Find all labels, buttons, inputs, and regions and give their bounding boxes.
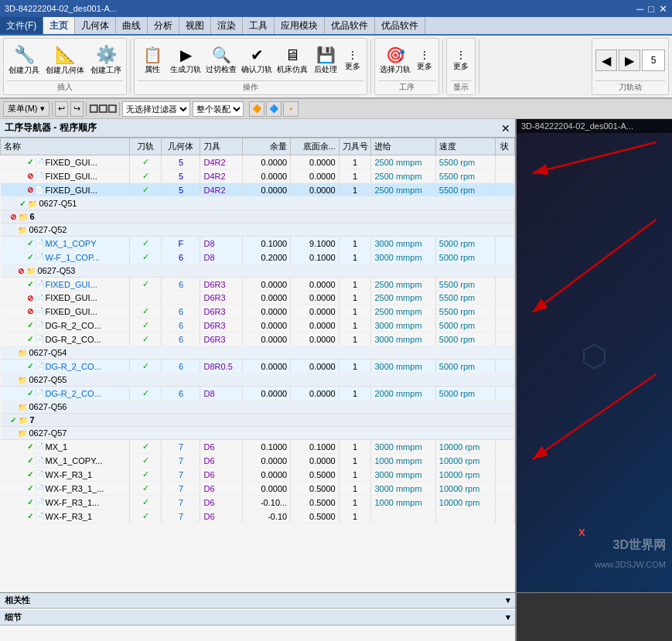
col-tool: 刀具 — [200, 138, 242, 155]
btn-confirm-toolpath[interactable]: ✔ 确认刀轨 — [240, 44, 274, 77]
table-row-group[interactable]: 📁 0627-Q54 — [1, 346, 515, 360]
tab-view[interactable]: 视图 — [179, 17, 211, 34]
ribbon-group-operation: 📋 属性 ▶ 生成刀轨 🔍 过切检查 ✔ 确认刀轨 🖥 机床仿真 — [134, 38, 367, 95]
ribbon-tabs: 文件(F) 主页 几何体 曲线 分析 视图 渲染 工具 应用模块 优品软件 优品… — [0, 17, 672, 36]
toolbar-icon-3[interactable]: 🔸 — [283, 101, 298, 117]
undo-btn[interactable]: ↩ — [55, 101, 68, 117]
table-row[interactable]: ✓ 📄 DG-R_2_CO... ✓ 6 D6R3 0.0000 0.0000 … — [1, 332, 515, 346]
table-row-arrow-target[interactable]: ⊘ 📄 FIXED_GUI... ✓ 5 D4R2 0.0000 0.0000 … — [1, 183, 515, 197]
btn-more-display[interactable]: ⋮ 更多 — [450, 47, 472, 73]
col-status: 状 — [495, 138, 514, 155]
table-row-group[interactable]: ⊘ 📁 6 — [1, 210, 515, 223]
btn-more-toolpath[interactable]: ⋮ 更多 — [414, 47, 435, 73]
btn-overcut-check[interactable]: 🔍 过切检查 — [204, 44, 238, 77]
table-row[interactable]: ⊘ 📄 FIXED_GUI... ✓ 5 D4R2 0.0000 0.0000 … — [1, 169, 515, 183]
menu-button[interactable]: 菜单(M) ▾ — [3, 101, 49, 117]
bottom-right-panel — [517, 593, 672, 641]
tab-file[interactable]: 文件(F) — [0, 17, 43, 34]
minimize-btn[interactable]: ─ — [636, 3, 643, 15]
table-row[interactable]: ✓ 📄 MX_1_COPY ✓ F D8 0.1000 9.1000 1 — [1, 237, 515, 251]
table-row[interactable]: ✓ 📄 WX-F_R3_1_... ✓ 7 D6 0.0000 0.5000 1 — [1, 482, 515, 496]
table-row-group[interactable]: 📁 0627-Q55 — [1, 373, 515, 387]
table-row-arrow-target2[interactable]: ⊘ 📄 FIXED_GUI... D6R3 0.0000 0.0000 1 — [1, 292, 515, 305]
table-row[interactable]: ✓ 📄 DG-R_2_CO... ✓ 6 D8R0.5 0.0000 0.000… — [1, 360, 515, 373]
btn-post-process[interactable]: 💾 后处理 — [311, 44, 340, 77]
btn-select-toolpath[interactable]: 🎯 选择刀轨 — [378, 44, 412, 77]
ribbon-group-operation-label: 操作 — [138, 80, 363, 93]
tab-home[interactable]: 主页 — [43, 17, 75, 34]
filter-dropdown[interactable]: 无选择过滤器 — [122, 101, 190, 117]
ribbon-group-toolpath: 🎯 选择刀轨 ⋮ 更多 工序 — [374, 38, 439, 95]
btn-create-geometry[interactable]: 📐 创建几何体 — [44, 43, 86, 77]
table-row[interactable]: ✓ 📄 MX_1_COPY... ✓ 7 D6 0.0000 0.0000 1 — [1, 454, 515, 468]
table-row-group[interactable]: 📁 0627-Q56 — [1, 401, 515, 414]
close-btn[interactable]: ✕ — [659, 3, 667, 15]
table-row-group[interactable]: ✓ 📁 0627-Q51 — [1, 197, 515, 210]
title-bar-text: 3D-84222204-02_des001-A... — [5, 4, 117, 13]
btn-properties[interactable]: 📋 属性 — [138, 44, 167, 77]
col-feed: 进给 — [371, 138, 435, 155]
table-row[interactable]: ✓ 📄 DG-R_2_CO... ✓ 6 D6R3 0.0000 0.0000 … — [1, 319, 515, 332]
related-panel-header: 相关性 ▾ — [0, 593, 515, 609]
table-row[interactable]: ✓ 📄 DG-R_2_CO... ✓ 6 D8 0.0000 0.0000 1 — [1, 387, 515, 401]
navigator-close-btn[interactable]: ✕ — [501, 122, 510, 135]
navigator-table-container[interactable]: 名称 刀轨 几何体 刀具 余量 底面余... 刀具号 进给 速度 状 — [0, 138, 515, 592]
ribbon-group-display: ⋮ 更多 显示 — [446, 38, 476, 95]
nav-number-input[interactable] — [642, 49, 665, 71]
detail-label: 细节 — [5, 612, 22, 623]
table-row-group[interactable]: 📁 0627-Q52 — [1, 223, 515, 237]
btn-create-operation[interactable]: ⚙️ 创建工序 — [89, 43, 123, 77]
main-area: 工序导航器 - 程序顺序 ✕ — [0, 119, 672, 592]
btn-create-tool[interactable]: 🔧 创建刀具 — [7, 43, 41, 77]
nav-forward-btn[interactable]: ▶ — [619, 49, 640, 71]
col-geometry: 几何体 — [162, 138, 200, 155]
navigator-title: 工序导航器 - 程序顺序 — [5, 121, 97, 135]
table-row[interactable]: ✓ 📄 WX-F_R3_1 ✓ 7 D6 -0.10 0.5000 1 — [1, 510, 515, 523]
scope-dropdown[interactable]: 整个装配 — [193, 101, 244, 117]
tab-geometry[interactable]: 几何体 — [75, 17, 116, 34]
ribbon-group-insert: 🔧 创建刀具 📐 创建几何体 ⚙️ 创建工序 插入 — [3, 38, 127, 95]
table-row[interactable]: ⊘ 📄 FIXED_GUI... ✓ 6 D6R3 0.0000 0.0000 … — [1, 305, 515, 319]
related-expand-btn[interactable]: ▾ — [506, 595, 510, 605]
table-row[interactable]: ✓ 📄 FIXED_GUI... ✓ 6 D6R3 0.0000 0.0000 … — [1, 278, 515, 292]
toolbar-icon-2[interactable]: 🔷 — [266, 101, 281, 117]
btn-generate-toolpath[interactable]: ▶ 生成刀轨 — [169, 44, 203, 77]
watermark: 3D世界网 — [613, 537, 666, 554]
table-row[interactable]: ✓ 📄 MX_1 ✓ 7 D6 0.1000 0.1000 1 3 — [1, 440, 515, 454]
toolbar-icon-1[interactable]: 🔶 — [249, 101, 264, 117]
table-row-group[interactable]: 📁 0627-Q57 — [1, 427, 515, 440]
table-row[interactable]: ✓ 📄 W-F_1_COP... ✓ 6 D8 0.2000 0.1000 1 — [1, 251, 515, 264]
ribbon-group-insert-label: 插入 — [7, 80, 123, 93]
col-tool-no: 刀具号 — [339, 138, 371, 155]
tab-tools[interactable]: 工具 — [243, 17, 275, 34]
tab-apps[interactable]: 应用模块 — [275, 17, 325, 34]
redo-btn[interactable]: ↪ — [70, 101, 84, 117]
toolbar-row: 菜单(M) ▾ ↩ ↪ 🔲🔲🔲 无选择过滤器 整个装配 🔶 🔷 🔸 — [0, 99, 672, 119]
ribbon-group-display-label: 显示 — [450, 80, 472, 93]
col-bottom-margin: 底面余... — [291, 138, 339, 155]
nav-back-btn[interactable]: ◀ — [595, 49, 617, 71]
3d-view-panel: ⬡ 3D世界网 www.3DSJW.COM X 3D-84222204-02_d… — [517, 119, 672, 592]
table-row-group[interactable]: ✓ 📁 7 — [1, 414, 515, 427]
table-row-group[interactable]: ⊘ 📁 0627-Q53 — [1, 264, 515, 278]
tab-analysis[interactable]: 分析 — [148, 17, 179, 34]
detail-expand-btn[interactable]: ▾ — [506, 612, 510, 622]
related-label: 相关性 — [5, 595, 30, 606]
bottom-area: 相关性 ▾ 细节 ▾ — [0, 592, 672, 641]
table-row[interactable]: ✓ 📄 WX-F_R3_1... ✓ 7 D6 -0.10... 0.5000 … — [1, 496, 515, 510]
tab-premium2[interactable]: 优品软件 — [375, 17, 425, 34]
tab-premium1[interactable]: 优品软件 — [325, 17, 375, 34]
btn-more-operation[interactable]: ⋮ 更多 — [342, 47, 363, 73]
x-axis-label: X — [578, 527, 585, 538]
btn-machine-sim[interactable]: 🖥 机床仿真 — [275, 45, 309, 77]
table-row[interactable]: ✓ 📄 WX-F_R3_1 ✓ 7 D6 0.0000 0.5000 1 — [1, 468, 515, 482]
main-window: 3D-84222204-02_des001-A... ─ □ ✕ 文件(F) 主… — [0, 0, 672, 641]
tab-curve[interactable]: 曲线 — [116, 17, 148, 34]
maximize-btn[interactable]: □ — [648, 3, 654, 15]
3d-panel-title: 3D-84222204-02_des001-A... — [517, 119, 672, 133]
tab-render[interactable]: 渲染 — [211, 17, 243, 34]
col-speed: 速度 — [435, 138, 495, 155]
table-row[interactable]: ✓ 📄 FIXED_GUI... ✓ 5 D4R2 0.0000 0.0000 … — [1, 155, 515, 169]
detail-panel-header: 细节 ▾ — [0, 610, 515, 626]
ribbon-group-nav-label: 刀轨动 — [595, 80, 665, 93]
